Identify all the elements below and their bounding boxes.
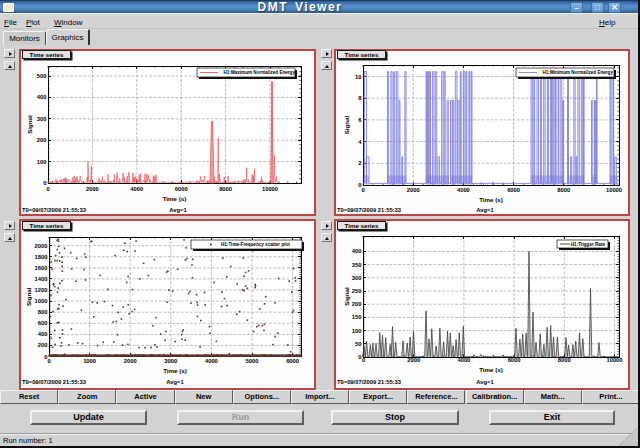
svg-text:1600: 1600 [35,265,48,271]
svg-text:8000: 8000 [219,186,232,192]
svg-text:1200: 1200 [35,287,48,293]
svg-text:2000: 2000 [124,358,137,364]
svg-text:Avg=1: Avg=1 [166,379,184,385]
svg-text:200: 200 [352,301,362,307]
svg-text:6000: 6000 [507,187,520,193]
svg-text:10000: 10000 [262,186,278,192]
svg-text:6000: 6000 [286,358,299,364]
svg-text:0: 0 [44,354,47,360]
svg-text:4000: 4000 [457,187,470,193]
svg-text:Signal: Signal [343,115,350,134]
svg-text:100: 100 [37,159,47,165]
svg-text:250: 250 [352,288,362,294]
svg-text:150: 150 [352,314,362,320]
svg-text:0: 0 [43,180,46,186]
svg-text:H1:Trigger Rate: H1:Trigger Rate [571,242,606,247]
svg-text:2: 2 [358,160,361,166]
svg-text:H1:Time-Frequency scatter plot: H1:Time-Frequency scatter plot [221,242,290,247]
svg-text:Time (s): Time (s) [163,367,187,374]
svg-text:Signal: Signal [343,287,350,306]
svg-text:6000: 6000 [175,186,188,192]
svg-text:6000: 6000 [508,357,521,363]
svg-text:10: 10 [355,74,361,80]
svg-text:0: 0 [46,186,49,192]
svg-text:H1:Maximum Normalized Energy: H1:Maximum Normalized Energy [224,70,296,75]
svg-text:2000: 2000 [407,187,420,193]
svg-text:0: 0 [362,357,365,363]
svg-text:5000: 5000 [246,358,259,364]
svg-text:10000: 10000 [606,187,622,193]
svg-text:0: 0 [358,182,361,188]
svg-text:Signal: Signal [26,115,33,134]
svg-text:8: 8 [358,95,362,101]
svg-text:Time (s): Time (s) [479,366,503,373]
svg-text:350: 350 [352,262,362,268]
svg-text:0: 0 [358,354,361,360]
svg-text:H1:Minimum Normalized Energy: H1:Minimum Normalized Energy [543,70,614,75]
svg-text:1000: 1000 [35,298,48,304]
svg-text:0: 0 [47,358,50,364]
svg-text:T0=09/07/2009 21:55:33: T0=09/07/2009 21:55:33 [22,379,87,385]
svg-text:Time (s): Time (s) [163,195,187,202]
svg-text:400: 400 [38,331,48,337]
svg-text:300: 300 [352,275,362,281]
svg-text:600: 600 [38,320,48,326]
svg-text:500: 500 [37,73,47,79]
svg-text:Time (s): Time (s) [479,196,503,203]
svg-text:T0=09/07/2009 21:55:33: T0=09/07/2009 21:55:33 [337,379,402,385]
svg-text:1400: 1400 [35,276,48,282]
svg-text:3000: 3000 [164,358,177,364]
svg-text:1800: 1800 [35,254,48,260]
svg-text:4000: 4000 [205,358,218,364]
svg-text:200: 200 [38,342,48,348]
svg-text:4: 4 [358,139,362,145]
svg-text:2000: 2000 [35,243,48,249]
svg-text:50: 50 [355,341,361,347]
svg-text:200: 200 [37,137,47,143]
svg-text:Avg=1: Avg=1 [169,207,187,213]
svg-text:4000: 4000 [457,357,470,363]
svg-text:2000: 2000 [407,357,420,363]
svg-text:Avg=1: Avg=1 [476,207,494,213]
svg-text:8000: 8000 [558,357,571,363]
svg-text:Signal: Signal [26,287,33,306]
svg-text:400: 400 [352,248,362,254]
svg-text:4000: 4000 [130,186,143,192]
svg-text:T0=09/07/2009 21:55:33: T0=09/07/2009 21:55:33 [22,207,87,213]
svg-text:8000: 8000 [557,187,570,193]
svg-text:800: 800 [38,309,48,315]
svg-text:100: 100 [352,328,362,334]
svg-text:2000: 2000 [86,186,99,192]
svg-text:6: 6 [358,117,362,123]
svg-text:Avg=1: Avg=1 [476,379,494,385]
svg-text:1000: 1000 [83,358,96,364]
svg-text:10000: 10000 [606,357,622,363]
svg-text:300: 300 [37,116,47,122]
svg-text:T0=09/07/2009 21:55:33: T0=09/07/2009 21:55:33 [337,207,402,213]
svg-text:0: 0 [361,187,364,193]
svg-text:400: 400 [37,94,47,100]
